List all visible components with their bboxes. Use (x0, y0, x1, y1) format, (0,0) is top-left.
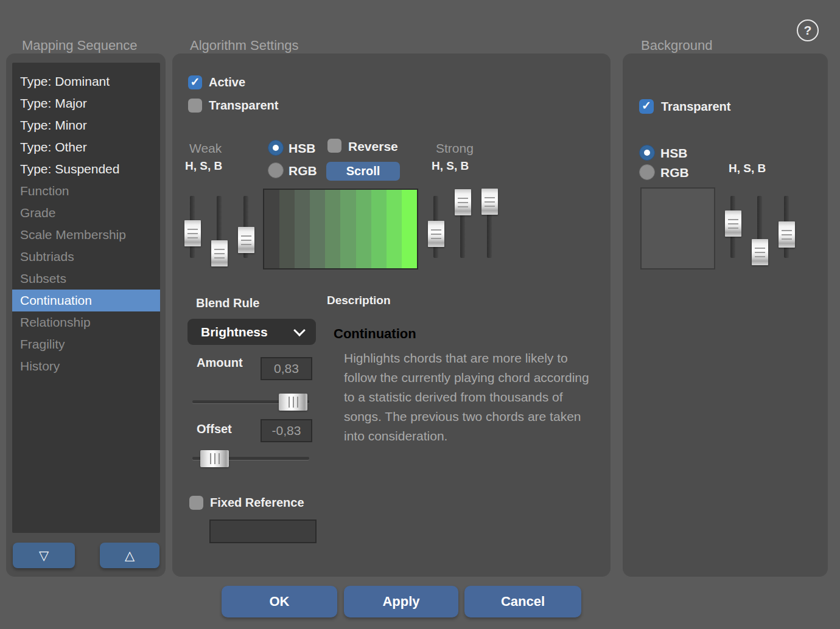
list-item[interactable]: Subsets (12, 268, 160, 290)
list-item[interactable]: Type: Dominant (12, 71, 160, 92)
chevron-down-icon (293, 324, 306, 336)
background-hsb-radio[interactable] (639, 145, 655, 161)
gradient-band (356, 190, 371, 268)
list-item[interactable]: Fragility (12, 333, 160, 355)
fixed-reference-checkbox[interactable] (189, 496, 203, 510)
background-hsb-sub-label: H, S, B (729, 162, 766, 175)
fixed-reference-label: Fixed Reference (210, 496, 304, 510)
strong-hsb-label: H, S, B (432, 159, 469, 173)
slider-thumb[interactable] (779, 221, 795, 248)
slider-grip (241, 232, 251, 245)
list-item[interactable]: Type: Other (12, 136, 160, 158)
vertical-slider[interactable] (725, 196, 741, 284)
reverse-label: Reverse (348, 139, 398, 154)
list-item[interactable]: Type: Major (12, 92, 160, 114)
background-rgb-radio[interactable] (639, 164, 655, 180)
offset-label: Offset (197, 422, 232, 436)
transparent-checkbox[interactable] (188, 99, 202, 113)
move-up-button[interactable]: △ (100, 543, 159, 568)
ok-button[interactable]: OK (222, 586, 337, 617)
vertical-slider[interactable] (184, 196, 201, 284)
strong-label: Strong (436, 141, 474, 156)
slider-grip (285, 397, 298, 408)
slider-thumb[interactable] (211, 240, 228, 266)
gradient-band (295, 190, 310, 268)
offset-slider[interactable] (192, 450, 309, 467)
list-item[interactable]: Grade (12, 202, 160, 224)
gradient-band (371, 190, 387, 268)
offset-slider-thumb[interactable] (200, 450, 229, 467)
vertical-slider[interactable] (752, 196, 768, 284)
slider-grip (782, 227, 792, 240)
list-item[interactable]: Type: Suspended (12, 158, 160, 180)
slider-thumb[interactable] (238, 227, 254, 253)
slider-grip (728, 216, 738, 229)
slider-grip (755, 245, 765, 257)
active-checkbox[interactable] (188, 75, 202, 89)
help-icon[interactable]: ? (797, 19, 819, 41)
slider-thumb[interactable] (184, 220, 201, 246)
vertical-slider[interactable] (481, 196, 498, 284)
background-sliders (725, 196, 795, 284)
algorithm-settings-header: Algorithm Settings (190, 38, 299, 54)
mapping-sequence-list[interactable]: Type: DominantType: MajorType: MinorType… (12, 63, 160, 533)
scroll-button[interactable]: Scroll (326, 162, 400, 181)
list-item[interactable]: History (12, 355, 160, 377)
gradient-band (310, 190, 325, 268)
active-label: Active (209, 75, 245, 89)
slider-grip (458, 195, 468, 207)
offset-field[interactable]: -0,83 (261, 419, 312, 442)
slider-grip (207, 453, 220, 464)
blend-rule-label: Blend Rule (196, 296, 259, 310)
list-item[interactable]: Scale Membership (12, 224, 160, 246)
gradient-band (264, 190, 279, 268)
amount-label: Amount (197, 356, 243, 370)
gradient-band (325, 190, 340, 268)
fixed-reference-field[interactable] (209, 520, 317, 543)
background-transparent-checkbox[interactable] (639, 99, 654, 114)
settings-dialog: ? Mapping Sequence Algorithm Settings Ba… (0, 0, 840, 629)
rgb-radio[interactable] (268, 162, 284, 178)
amount-field[interactable]: 0,83 (261, 357, 312, 380)
blend-rule-value: Brightness (201, 325, 268, 339)
slider-grip (431, 226, 441, 239)
weak-label: Weak (189, 141, 222, 156)
list-item[interactable]: Subtriads (12, 246, 160, 268)
vertical-slider[interactable] (211, 196, 228, 284)
hsb-radio[interactable] (268, 140, 284, 156)
background-color-swatch (640, 187, 715, 269)
list-item[interactable]: Function (12, 180, 160, 202)
description-title: Continuation (334, 326, 416, 342)
slider-thumb[interactable] (752, 239, 768, 265)
reverse-checkbox[interactable] (327, 139, 341, 153)
move-down-button[interactable]: ▽ (13, 543, 75, 568)
slider-thumb[interactable] (481, 189, 498, 215)
gradient-band (402, 190, 417, 268)
list-item[interactable]: Relationship (12, 311, 160, 333)
vertical-slider[interactable] (455, 196, 471, 284)
strong-sliders (428, 196, 498, 284)
weak-sliders (184, 196, 254, 284)
background-panel (623, 54, 828, 577)
slider-thumb[interactable] (455, 189, 471, 215)
slider-thumb[interactable] (725, 210, 741, 237)
list-item-selected[interactable]: Continuation (12, 290, 160, 311)
vertical-slider[interactable] (238, 196, 254, 284)
blend-rule-dropdown[interactable]: Brightness (187, 319, 316, 345)
vertical-slider[interactable] (428, 196, 444, 284)
apply-button[interactable]: Apply (344, 586, 458, 617)
slider-thumb[interactable] (428, 221, 444, 247)
background-hsb-label: HSB (660, 146, 687, 161)
background-rgb-label: RGB (660, 165, 689, 180)
mapping-sequence-header: Mapping Sequence (22, 38, 138, 54)
background-header: Background (641, 38, 712, 54)
background-transparent-label: Transparent (661, 100, 730, 114)
amount-slider[interactable] (192, 394, 309, 411)
vertical-slider[interactable] (779, 196, 795, 284)
description-body: Highlights chords that are more likely t… (344, 349, 593, 446)
slider-grip (187, 226, 198, 238)
amount-slider-thumb[interactable] (279, 394, 307, 411)
list-item[interactable]: Type: Minor (12, 114, 160, 136)
cancel-button[interactable]: Cancel (464, 586, 581, 617)
transparent-label: Transparent (209, 99, 278, 113)
